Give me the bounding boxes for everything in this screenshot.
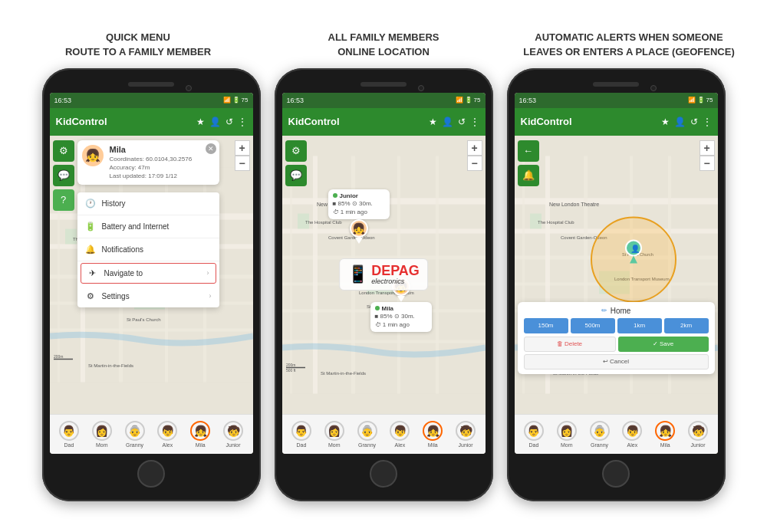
phone-home-btn-3[interactable] bbox=[602, 460, 630, 488]
zoom-out-btn-3[interactable]: − bbox=[700, 156, 715, 171]
radius-150m[interactable]: 150m bbox=[524, 318, 568, 333]
radius-500m[interactable]: 500m bbox=[571, 318, 615, 333]
caption-1: QUICK MENU ROUTE TO A FAMILY MEMBER bbox=[15, 31, 261, 58]
avatar-alex-3[interactable]: 👦 Alex bbox=[622, 421, 642, 448]
phone-2: 16:53 📶 🔋 75 KidControl ★ 👤 ↺ ⋮ bbox=[275, 68, 493, 501]
zoom-out-btn-1[interactable]: − bbox=[235, 156, 250, 171]
add-person-icon-1[interactable]: 👤 bbox=[209, 117, 221, 127]
avatar-alex-2[interactable]: 👦 Alex bbox=[390, 421, 410, 448]
avatar-label-alex: Alex bbox=[163, 442, 173, 448]
menu-item-battery[interactable]: 🔋 Battery and Internet bbox=[77, 215, 219, 238]
depag-text: DEPAG electronics bbox=[371, 264, 420, 285]
settings-chevron: › bbox=[209, 292, 212, 300]
cancel-label: Cancel bbox=[610, 358, 629, 365]
more-icon-2[interactable]: ⋮ bbox=[470, 117, 479, 127]
navigate-label: Navigate to bbox=[104, 269, 143, 277]
zoom-in-btn-3[interactable]: + bbox=[700, 140, 715, 156]
phone-home-btn-2[interactable] bbox=[370, 460, 397, 488]
user-popup-card: ✕ 👧 Mila Coordinates: 60.0104,30.2576 Ac… bbox=[77, 140, 219, 186]
avatar-granny-3[interactable]: 👵 Granny bbox=[590, 421, 610, 448]
navigate-icon: ✈ bbox=[87, 268, 98, 278]
avatar-circle-granny: 👵 bbox=[125, 421, 145, 441]
time-1: 16:53 bbox=[54, 97, 72, 104]
avatar-label-mila-3: Mila bbox=[660, 442, 670, 448]
avatar-mila-2[interactable]: 👧 Mila bbox=[423, 421, 443, 448]
status-icons-1: 📶 🔋 75 bbox=[223, 97, 249, 103]
cancel-row: ↩ Cancel bbox=[524, 354, 709, 369]
avatar-dad-2[interactable]: 👨 Dad bbox=[291, 421, 311, 448]
caption-2-line2: ONLINE LOCATION bbox=[337, 46, 430, 57]
depag-logo: 📱 DEPAG electronics bbox=[347, 264, 420, 285]
svg-text:St Martin-in-the-Fields: St Martin-in-the-Fields bbox=[88, 363, 133, 367]
avatar-label-mila: Mila bbox=[196, 442, 206, 448]
avatar-mila[interactable]: 👧 Mila bbox=[190, 421, 210, 448]
more-icon-1[interactable]: ⋮ bbox=[238, 117, 247, 127]
phone-speaker-2 bbox=[360, 82, 407, 87]
avatar-mom-2[interactable]: 👩 Mom bbox=[324, 421, 344, 448]
member-name-junior: Mila bbox=[375, 305, 427, 312]
add-person-icon-2[interactable]: 👤 bbox=[442, 117, 453, 127]
star-icon-1[interactable]: ★ bbox=[196, 117, 205, 127]
svg-text:New London Theatre: New London Theatre bbox=[549, 201, 599, 206]
zoom-in-btn-2[interactable]: + bbox=[467, 140, 482, 156]
radius-buttons: 150m 500m 1km 2km bbox=[524, 318, 709, 333]
menu-item-history[interactable]: 🕐 History bbox=[77, 192, 219, 215]
refresh-icon-3[interactable]: ↺ bbox=[690, 117, 698, 127]
avatar-mila-3[interactable]: 👧 Mila bbox=[655, 421, 675, 448]
avatar-alex[interactable]: 👦 Alex bbox=[157, 421, 177, 448]
popup-close-btn[interactable]: ✕ bbox=[206, 143, 216, 154]
avatar-granny-2[interactable]: 👵 Granny bbox=[357, 421, 377, 448]
zoom-out-btn-2[interactable]: − bbox=[467, 156, 482, 171]
question-btn-1[interactable]: ? bbox=[53, 189, 74, 211]
zoom-in-btn-1[interactable]: + bbox=[235, 140, 250, 156]
avatar-circle-mom-3: 👩 bbox=[557, 421, 577, 441]
menu-item-navigate[interactable]: ✈ Navigate to › bbox=[81, 263, 216, 284]
back-btn-3[interactable]: ← bbox=[518, 140, 539, 162]
star-icon-3[interactable]: ★ bbox=[661, 117, 670, 127]
avatar-junior-3[interactable]: 🧒 Junior bbox=[688, 421, 708, 448]
avatar-junior-2[interactable]: 🧒 Junior bbox=[456, 421, 476, 448]
save-btn[interactable]: ✓ Save bbox=[618, 337, 709, 352]
status-icons-3: 📶 🔋 75 bbox=[688, 97, 713, 103]
member-stats-mila: ■ 85% ⊙ 30m. ⏱ 1 min ago bbox=[333, 199, 385, 216]
popup-updated: Last updated: 17:09 1/12 bbox=[110, 172, 178, 179]
message-btn-1[interactable]: 💬 bbox=[53, 165, 74, 186]
phone-camera-3 bbox=[650, 85, 657, 91]
refresh-icon-2[interactable]: ↺ bbox=[458, 117, 466, 127]
avatar-circle-mila-2: 👧 bbox=[423, 421, 443, 441]
more-icon-3[interactable]: ⋮ bbox=[703, 117, 712, 127]
radius-2km[interactable]: 2km bbox=[664, 318, 709, 333]
avatar-granny[interactable]: 👵 Granny bbox=[125, 421, 145, 448]
avatar-circle-alex: 👦 bbox=[157, 421, 177, 441]
menu-item-notifications[interactable]: 🔔 Notifications bbox=[77, 238, 219, 261]
delete-btn[interactable]: 🗑 Delete bbox=[524, 337, 616, 352]
member-pin-mila: 👧 bbox=[350, 219, 368, 238]
avatar-junior[interactable]: 🧒 Junior bbox=[223, 421, 243, 448]
svg-text:👤: 👤 bbox=[630, 243, 640, 253]
avatar-circle-alex-3: 👦 bbox=[622, 421, 642, 441]
popup-name: Mila bbox=[110, 145, 213, 154]
phone-home-btn-1[interactable] bbox=[137, 460, 165, 488]
settings-btn-1[interactable]: ⚙ bbox=[53, 140, 74, 162]
message-btn-2[interactable]: 💬 bbox=[285, 165, 307, 186]
bell-btn-3[interactable]: 🔔 bbox=[518, 165, 539, 186]
notifications-label: Notifications bbox=[102, 245, 143, 254]
avatar-dad[interactable]: 👨 Dad bbox=[59, 421, 79, 448]
avatar-circle-dad-2: 👨 bbox=[291, 421, 311, 441]
map-area-3: New London Theatre The Hospital Club Cov… bbox=[515, 136, 718, 414]
avatar-mom-3[interactable]: 👩 Mom bbox=[557, 421, 577, 448]
side-panel-3: ← 🔔 bbox=[518, 140, 539, 186]
add-person-icon-3[interactable]: 👤 bbox=[674, 117, 686, 127]
avatar-circle-granny-3: 👵 bbox=[590, 421, 610, 441]
history-label: History bbox=[102, 199, 126, 208]
svg-text:The Hospital Club: The Hospital Club bbox=[538, 219, 574, 224]
avatar-mom[interactable]: 👩 Mom bbox=[92, 421, 112, 448]
phone-camera-2 bbox=[418, 85, 424, 91]
avatar-dad-3[interactable]: 👨 Dad bbox=[524, 421, 544, 448]
star-icon-2[interactable]: ★ bbox=[429, 117, 437, 127]
radius-1km[interactable]: 1km bbox=[617, 318, 662, 333]
cancel-btn[interactable]: ↩ Cancel bbox=[524, 354, 709, 369]
menu-item-settings[interactable]: ⚙ Settings › bbox=[77, 285, 219, 307]
refresh-icon-1[interactable]: ↺ bbox=[225, 117, 233, 127]
settings-btn-2[interactable]: ⚙ bbox=[285, 140, 307, 162]
